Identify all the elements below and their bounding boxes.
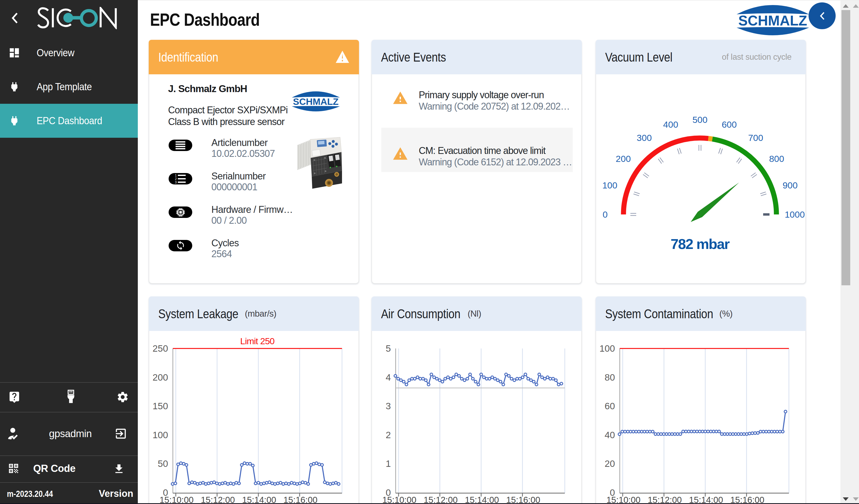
- svg-text:20: 20: [605, 458, 615, 469]
- svg-text:50: 50: [158, 458, 168, 469]
- svg-text:15:10:00: 15:10:00: [606, 495, 641, 504]
- svg-text:4: 4: [386, 372, 391, 382]
- svg-text:80: 80: [605, 372, 615, 382]
- svg-text:40: 40: [605, 430, 615, 440]
- svg-text:15:12:00: 15:12:00: [201, 495, 235, 504]
- svg-text:15:10:00: 15:10:00: [160, 495, 194, 504]
- svg-text:250: 250: [153, 343, 168, 353]
- svg-text:100: 100: [153, 430, 168, 440]
- svg-text:1: 1: [386, 458, 391, 469]
- svg-text:15:12:00: 15:12:00: [648, 495, 682, 504]
- svg-text:15:14:00: 15:14:00: [242, 495, 276, 504]
- svg-text:2: 2: [386, 430, 391, 440]
- svg-text:3: 3: [386, 401, 391, 411]
- svg-text:Limit 250: Limit 250: [240, 336, 274, 346]
- svg-text:60: 60: [605, 401, 615, 411]
- svg-text:15:16:00: 15:16:00: [730, 495, 764, 504]
- svg-text:15:16:00: 15:16:00: [283, 495, 317, 504]
- svg-text:15:16:00: 15:16:00: [506, 495, 540, 504]
- svg-text:100: 100: [600, 343, 615, 353]
- svg-text:15:12:00: 15:12:00: [423, 495, 457, 504]
- svg-text:150: 150: [153, 401, 168, 411]
- svg-text:15:14:00: 15:14:00: [465, 495, 499, 504]
- svg-text:15:14:00: 15:14:00: [689, 495, 723, 504]
- svg-text:200: 200: [153, 372, 168, 382]
- svg-text:15:10:00: 15:10:00: [382, 495, 416, 504]
- svg-text:5: 5: [386, 343, 391, 353]
